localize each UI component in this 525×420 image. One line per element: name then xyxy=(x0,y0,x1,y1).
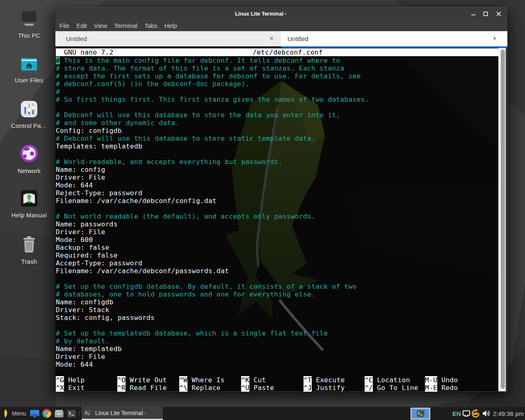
nano-line xyxy=(56,322,499,329)
shortcut-key: ^X xyxy=(56,384,64,392)
scrollbar-thumb[interactable] xyxy=(501,50,505,389)
shortcut-key: ^W xyxy=(179,376,187,384)
shortcut-key: ^/ xyxy=(365,384,373,392)
desktop-icon-this-pc[interactable]: This PC xyxy=(7,11,52,39)
terminal-icon xyxy=(84,410,91,416)
shortcut-label: Redo xyxy=(441,384,458,392)
shortcut-label: Execute xyxy=(316,376,345,384)
shortcut-key: M-E xyxy=(425,384,437,392)
nano-line: # except the first sets up a database fo… xyxy=(56,72,499,80)
show-desktop-icon xyxy=(30,410,39,418)
shortcut-label: Read File xyxy=(130,384,167,392)
volume-tray[interactable] xyxy=(482,407,491,420)
help-manual-icon xyxy=(21,190,37,207)
shortcut-label: Help xyxy=(68,376,84,384)
menu-item[interactable]: Tabs xyxy=(144,22,158,29)
minimize-button[interactable] xyxy=(467,7,479,20)
window-titlebar[interactable]: Linux Lite Terminal - xyxy=(55,7,507,20)
nano-shortcut: ^W Where Is xyxy=(179,376,225,384)
display-icon xyxy=(463,410,470,417)
nano-text-area: # This is the main config file for debco… xyxy=(56,57,499,376)
shortcut-key: ^J xyxy=(304,384,312,392)
nano-line-text: Name: configdb xyxy=(56,298,114,306)
nano-line-text: Driver: File xyxy=(56,173,105,181)
taskbar: Menu Linux Lite Terminal - EN xyxy=(0,407,525,420)
nano-line-text: # Set up the templatedb database, which … xyxy=(56,329,328,337)
taskbar-window-button[interactable]: Linux Lite Terminal - xyxy=(82,407,163,420)
nano-version: GNU nano 7.2 xyxy=(64,48,114,56)
window-title: Linux Lite Terminal - xyxy=(55,7,466,20)
nano-line: Required: false xyxy=(56,251,499,259)
desktop-icon-help-manual[interactable]: Help Manual xyxy=(7,190,52,219)
nano-line: # store data. The format of this file is… xyxy=(56,64,499,72)
nano-shortcut: ^R Read File xyxy=(117,384,167,392)
nano-line: # by default. xyxy=(56,337,499,345)
tray-terminal-indicator[interactable] xyxy=(411,408,430,420)
desktop-icon-label: Help Manual xyxy=(7,212,52,219)
nano-line: Name: templatedb xyxy=(56,345,499,353)
terminal-screen[interactable]: GNU nano 7.2/etc/debconf.conf # This is … xyxy=(55,48,507,391)
desktop-icon-label: Network xyxy=(7,167,52,174)
updates-tray[interactable] xyxy=(471,407,480,420)
shortcut-label: Write Out xyxy=(130,376,167,384)
show-desktop-button[interactable] xyxy=(28,407,41,420)
display-settings-tray[interactable] xyxy=(463,407,470,420)
menu-button[interactable]: Menu xyxy=(0,407,28,420)
nano-line-text: This is the main config file for debconf… xyxy=(60,57,340,64)
tab-untitled-active[interactable]: Untitled × xyxy=(281,31,507,48)
desktop-icon-label: This PC xyxy=(7,32,52,39)
nano-shortcut: ^G Help xyxy=(56,376,84,384)
menu-item[interactable]: Edit xyxy=(76,22,87,29)
taskbar-clock[interactable]: 2:49:36 pm xyxy=(493,410,524,417)
shortcut-label: Where Is xyxy=(192,376,224,384)
tab-untitled-inactive[interactable]: Untitled × xyxy=(55,31,281,48)
desktop-icon-trash[interactable]: Trash xyxy=(7,236,52,265)
shortcut-key: ^R xyxy=(117,384,126,392)
shortcut-key: ^C xyxy=(365,376,373,384)
shortcut-key: ^\ xyxy=(179,384,187,392)
maximize-button[interactable] xyxy=(479,7,492,20)
nano-shortcut: ^K Cut xyxy=(241,376,266,384)
nano-shortcut: ^C Location xyxy=(365,376,410,384)
nano-line-text: Driver: File xyxy=(56,353,105,361)
nano-line xyxy=(56,150,499,158)
menu-item[interactable]: View xyxy=(94,22,107,29)
keyboard-layout-indicator[interactable]: EN xyxy=(452,410,461,417)
chrome-launcher[interactable] xyxy=(41,407,53,420)
desktop-icon-control-panel[interactable]: Control Pa… xyxy=(7,101,52,129)
terminal-scrollbar[interactable] xyxy=(498,48,507,391)
shortcut-label: Undo xyxy=(441,376,458,384)
desktop-icon-user-files[interactable]: User Files xyxy=(7,55,52,84)
nano-line: # This is the main config file for debco… xyxy=(56,57,499,64)
nano-shortcut: M-E Redo xyxy=(425,384,458,392)
nano-line: # Debconf will use this database to stor… xyxy=(56,135,499,142)
menu-bar: File Edit View Terminal Tabs Help xyxy=(55,20,507,31)
nano-line-text: Stack: config, passwords xyxy=(56,314,155,322)
desktop-icon-network[interactable]: Network xyxy=(7,144,52,174)
nano-line: Driver: Stack xyxy=(56,306,499,314)
linux-lite-logo-icon xyxy=(3,409,8,418)
menu-item[interactable]: Help xyxy=(164,22,177,29)
menu-item[interactable]: Terminal xyxy=(114,22,137,29)
menu-item[interactable]: File xyxy=(59,22,69,29)
taskbar-left: Menu Linux Lite Terminal - xyxy=(0,407,163,420)
shortcut-label: Replace xyxy=(192,384,220,392)
nano-line-text: Mode: 644 xyxy=(56,181,93,189)
tab-close-icon[interactable]: × xyxy=(267,34,276,43)
nano-line: Driver: File xyxy=(56,353,499,361)
nano-line: # databases, one to hold passwords and o… xyxy=(56,290,499,298)
nano-line: Backup: false xyxy=(56,244,499,251)
close-button[interactable] xyxy=(493,7,505,20)
nano-shortcut: M-U Undo xyxy=(425,376,458,384)
terminal-launcher[interactable] xyxy=(65,407,78,420)
nano-line: Driver: File xyxy=(56,228,499,236)
nano-line xyxy=(56,205,499,212)
nano-shortcut: ^\ Replace xyxy=(179,384,221,392)
volume-icon xyxy=(482,410,491,417)
terminal-icon xyxy=(67,410,76,418)
file-manager-icon xyxy=(55,409,64,418)
tab-close-icon[interactable]: × xyxy=(491,34,499,43)
trash-icon xyxy=(21,236,38,253)
nano-line: # Debconf will use this database to stor… xyxy=(56,111,499,119)
file-manager-launcher[interactable] xyxy=(53,407,65,420)
